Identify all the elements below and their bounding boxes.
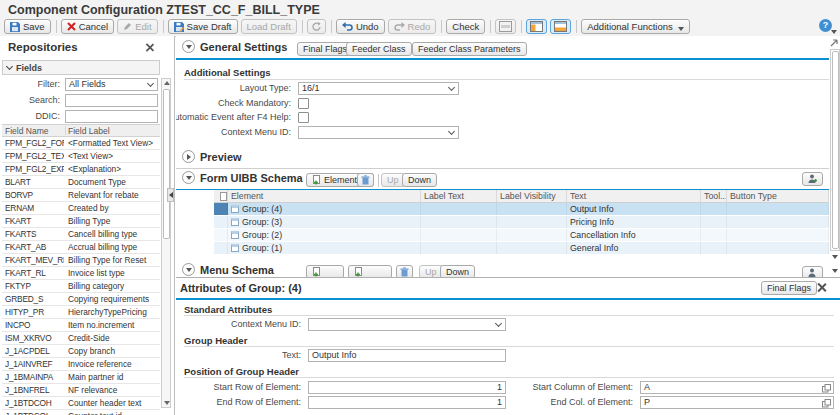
menu-down-button[interactable]: Down xyxy=(440,265,475,277)
schema-table-body: Group: (4) Output Info Group: (3) Pricin… xyxy=(214,203,829,255)
field-list-item[interactable]: J_1ACPDEL Copy branch xyxy=(2,345,160,358)
row-selector[interactable] xyxy=(214,216,228,228)
col-text: Text xyxy=(567,190,701,202)
layout-type-select[interactable]: 16/1 xyxy=(298,82,459,95)
field-list-item[interactable]: GRBED_S Copying requirements xyxy=(2,293,160,306)
field-list-item[interactable]: ERNAM Created by xyxy=(2,202,160,215)
fields-section-header[interactable]: Fields xyxy=(2,60,160,75)
field-list-item[interactable]: ISM_XKRVO Credit-Side xyxy=(2,332,160,345)
row-selector[interactable] xyxy=(214,203,228,215)
start-col-input[interactable]: A xyxy=(640,381,834,394)
filter-select[interactable]: All Fields xyxy=(65,78,158,91)
cancel-button[interactable]: Cancel xyxy=(61,19,115,34)
field-list-item[interactable]: FKARTS Cancell billing type xyxy=(2,228,160,241)
undo-button[interactable]: Undo xyxy=(336,19,385,34)
content-scrollbar[interactable] xyxy=(830,49,840,251)
delete-menu-button[interactable] xyxy=(396,265,413,277)
scroll-down-icon[interactable] xyxy=(164,401,170,405)
final-flags-button[interactable]: Final Flags xyxy=(297,42,353,56)
field-list-item[interactable]: HITYP_PR HierarchyTypePricing xyxy=(2,306,160,319)
field-list-item[interactable]: FKART_RL Invoice list type xyxy=(2,267,160,280)
schema-row[interactable]: Group: (2) Cancellation Info xyxy=(214,229,829,242)
delete-element-button[interactable] xyxy=(357,173,374,187)
scroll-down-icon[interactable] xyxy=(832,255,838,259)
collapse-icon[interactable] xyxy=(182,263,195,276)
divider xyxy=(163,20,164,33)
feeder-class-parameters-button[interactable]: Feeder Class Parameters xyxy=(412,42,527,56)
feeder-class-button[interactable]: Feeder Class xyxy=(346,42,412,56)
menu-button[interactable] xyxy=(306,265,344,277)
section-form-uibb-schema: Form UIBB Schema xyxy=(182,171,303,184)
chevron-down-icon xyxy=(495,320,502,327)
field-list-item[interactable]: FPM_FGL2_FORM... <Formatted Text View> xyxy=(2,137,160,150)
value-help-icon[interactable] xyxy=(822,384,831,393)
field-list-item[interactable]: FKART_AB Accrual billing type xyxy=(2,241,160,254)
close-repositories-icon[interactable] xyxy=(145,43,155,53)
ddic-label: DDIC: xyxy=(0,110,60,123)
attributes-context-menu-select[interactable] xyxy=(308,318,506,331)
field-list-item[interactable]: J_1BTDCOH Counter header text xyxy=(2,397,160,410)
attributes-final-flags-button[interactable]: Final Flags xyxy=(761,281,817,295)
field-list-item[interactable]: FKTYP Billing category xyxy=(2,280,160,293)
menu-up-button: Up xyxy=(419,265,443,277)
search-input[interactable] xyxy=(65,94,158,107)
no-auto-event-checkbox[interactable] xyxy=(298,112,309,123)
text-input[interactable]: Output Info xyxy=(308,349,506,362)
refresh-button xyxy=(307,19,326,34)
cancel-icon xyxy=(67,22,76,31)
section-general-settings: General Settings xyxy=(182,40,287,53)
scroll-thumb[interactable] xyxy=(163,89,170,239)
value-help-icon[interactable] xyxy=(822,399,831,408)
end-col-input[interactable]: P xyxy=(640,396,834,409)
edit-button: Edit xyxy=(117,19,157,34)
context-menu-select[interactable] xyxy=(298,126,459,139)
collapse-icon[interactable] xyxy=(182,171,195,184)
field-list-item[interactable]: J_1BMAINPA Main partner id xyxy=(2,371,160,384)
element-add-icon xyxy=(354,267,363,277)
end-row-input[interactable]: 1 xyxy=(308,396,506,409)
expand-icon[interactable] xyxy=(182,150,195,163)
field-table-header: Field Name Field Label xyxy=(2,124,160,137)
down-button[interactable]: Down xyxy=(402,173,437,187)
schema-row[interactable]: Group: (1) General Info xyxy=(214,242,829,255)
field-list-item[interactable]: INCPO Item no.increment xyxy=(2,319,160,332)
field-list-item[interactable]: FPM_FGL2_TEXT_V... <Text View> xyxy=(2,150,160,163)
ddic-input[interactable] xyxy=(65,110,158,123)
save-button[interactable]: Save xyxy=(4,19,51,34)
scroll-thumb[interactable] xyxy=(832,51,839,249)
additional-functions-button[interactable]: Additional Functions xyxy=(581,19,690,34)
field-list-item[interactable]: J_1BTDCOI Counter text id xyxy=(2,410,160,415)
schema-row[interactable]: Group: (4) Output Info xyxy=(214,203,829,216)
panel-splitter-handle[interactable] xyxy=(167,188,174,202)
personalize-button[interactable] xyxy=(802,266,823,277)
start-row-input[interactable]: 1 xyxy=(308,381,506,394)
field-list-item[interactable]: J_1AINVREF Invoice reference xyxy=(2,358,160,371)
save-draft-button[interactable]: Save Draft xyxy=(168,19,238,34)
col-label-text: Label Text xyxy=(421,190,497,202)
position-heading: Position of Group Header xyxy=(184,366,299,377)
check-mandatory-checkbox[interactable] xyxy=(298,98,309,109)
resize-icon[interactable] xyxy=(830,38,839,47)
scroll-up-icon[interactable] xyxy=(164,81,170,85)
field-list-item[interactable]: BLART Document Type xyxy=(2,176,160,189)
left-panel-toggle-button[interactable] xyxy=(526,19,547,34)
splitter-collapse-icon[interactable] xyxy=(832,269,838,273)
schema-row[interactable]: Group: (3) Pricing Info xyxy=(214,216,829,229)
field-list-item[interactable]: FKART_MEV_RESET Billing Type for Reset xyxy=(2,254,160,267)
field-list-item[interactable]: J_1BNFREL NF relevance xyxy=(2,384,160,397)
check-button[interactable]: Check xyxy=(446,19,485,34)
bottom-panel-toggle-button[interactable] xyxy=(550,19,571,34)
left-panel-icon xyxy=(530,21,543,32)
row-selector[interactable] xyxy=(214,242,228,254)
field-list-item[interactable]: BORVP Relevant for rebate xyxy=(2,189,160,202)
personalize-button[interactable] xyxy=(802,172,823,186)
field-list-scrollbar[interactable] xyxy=(161,78,171,408)
search-label: Search: xyxy=(0,94,60,107)
end-col-label: End Col. of Element: xyxy=(516,396,633,409)
row-selector[interactable] xyxy=(214,229,228,241)
collapse-icon[interactable] xyxy=(182,40,195,53)
field-list-item[interactable]: FPM_FGL2_EXPLA... <Explanation> xyxy=(2,163,160,176)
close-attributes-icon[interactable] xyxy=(816,282,827,293)
menu-item-button[interactable] xyxy=(348,265,392,277)
field-list-item[interactable]: FKART Billing Type xyxy=(2,215,160,228)
